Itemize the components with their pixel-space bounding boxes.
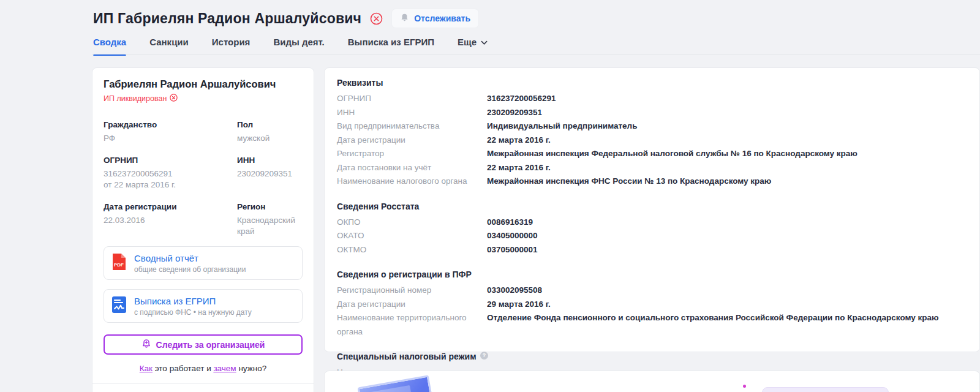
- egrip-extract-link[interactable]: Выписка из ЕГРИП с подписью ФНС • на нуж…: [104, 289, 303, 323]
- field-gender: Пол мужской: [237, 120, 303, 144]
- liquidated-x-icon: [370, 12, 383, 25]
- profile-card: Габриелян Радион Аршалуйсович ИП ликвиди…: [92, 67, 314, 392]
- how-it-works-line: Как это работает и зачем нужно?: [104, 364, 303, 373]
- signed-doc-icon: [111, 295, 127, 316]
- details-card: Реквизиты ОГРНИП 316237200056291 ИНН 230…: [324, 67, 980, 352]
- detail-row-pfr-number: Регистрационный номер 033002095508: [337, 284, 967, 298]
- detail-row-inn: ИНН 230209209351: [337, 106, 967, 120]
- tab-more[interactable]: Еще: [458, 37, 488, 55]
- detail-row-accounting-date: Дата постановки на учёт 22 марта 2016 г.: [337, 161, 967, 175]
- tab-vidy-deyat[interactable]: Виды деят.: [273, 37, 324, 55]
- tab-svodka[interactable]: Сводка: [93, 37, 126, 55]
- status-badge: ИП ликвидирован: [104, 94, 303, 104]
- liquidated-x-icon-small: [170, 94, 178, 104]
- detail-row-ogrnip: ОГРНИП 316237200056291: [337, 92, 967, 106]
- tab-sankcii[interactable]: Санкции: [149, 37, 189, 55]
- egrip-extract-subtitle: с подписью ФНС • на нужную дату: [134, 308, 252, 317]
- chevron-down-icon: [481, 37, 488, 47]
- section-rosstat: Сведения Росстата ОКПО 0086916319 ОКАТО …: [337, 202, 967, 257]
- track-button[interactable]: Отслеживать: [391, 9, 479, 28]
- detail-row-tax-authority: Наименование налогового органа Межрайонн…: [337, 175, 967, 189]
- summary-report-subtitle: общие сведения об организации: [134, 265, 246, 274]
- detail-row-okpo: ОКПО 0086916319: [337, 216, 967, 230]
- track-button-label: Отслеживать: [414, 13, 470, 23]
- field-inn: ИНН 230209209351: [237, 156, 303, 190]
- detail-row-reg-date: Дата регистрации 22 марта 2016 г.: [337, 134, 967, 148]
- svg-text:PDF: PDF: [114, 262, 124, 268]
- svg-text:?: ?: [482, 352, 485, 358]
- detail-row-okato: ОКАТО 03405000000: [337, 229, 967, 243]
- follow-organization-button[interactable]: Следить за организацией: [104, 334, 303, 355]
- promo-card: [324, 371, 980, 392]
- entrepreneur-name: Габриелян Радион Аршалуйсович: [104, 78, 303, 91]
- field-citizenship: Гражданство РФ: [104, 120, 237, 144]
- tab-istoriya[interactable]: История: [212, 37, 251, 55]
- field-region: Регион Краснодарский край: [237, 202, 303, 237]
- summary-report-title: Сводный отчёт: [134, 252, 246, 264]
- tab-bar-divider: [92, 55, 980, 55]
- pdf-file-icon: PDF: [111, 252, 127, 273]
- field-ogrnip: ОГРНИП 316237200056291 от 22 марта 2016 …: [104, 156, 237, 190]
- page: ИП Габриелян Радион Аршалуйсович Отслежи…: [0, 0, 980, 392]
- promo-input-placeholder: [762, 387, 889, 392]
- profile-fields: Гражданство РФ Пол мужской ОГРНИП 316237…: [104, 108, 303, 237]
- section-requisites: Реквизиты ОГРНИП 316237200056291 ИНН 230…: [337, 78, 967, 189]
- help-question-icon[interactable]: ?: [480, 352, 488, 361]
- why-link[interactable]: зачем: [213, 364, 236, 373]
- detail-row-registrar: Регистратор Межрайонная инспекция Федера…: [337, 147, 967, 161]
- how-link[interactable]: Как: [140, 364, 153, 373]
- promo-illustration: [357, 375, 435, 392]
- detail-row-business-type: Вид предпринимательства Индивидуальный п…: [337, 119, 967, 134]
- section-title: Сведения о регистрации в ПФР: [337, 270, 967, 279]
- tab-bar: Сводка Санкции История Виды деят. Выписк…: [93, 37, 488, 55]
- detail-row-oktmo: ОКТМО 03705000001: [337, 243, 967, 257]
- follow-button-label: Следить за организацией: [156, 340, 265, 350]
- section-title: Специальный налоговый режим ?: [337, 352, 967, 361]
- section-title: Реквизиты: [337, 78, 967, 88]
- detail-row-pfr-authority: Наименование территориального органа Отд…: [337, 311, 967, 339]
- bell-plus-icon: [141, 339, 151, 351]
- field-reg-date: Дата регистрации 22.03.2016: [104, 202, 237, 237]
- egrip-extract-title: Выписка из ЕГРИП: [134, 295, 252, 307]
- page-header: ИП Габриелян Радион Аршалуйсович Отслежи…: [93, 9, 479, 28]
- section-pfr: Сведения о регистрации в ПФР Регистрацио…: [337, 270, 967, 339]
- section-title: Сведения Росстата: [337, 202, 967, 211]
- summary-report-link[interactable]: PDF Сводный отчёт общие сведения об орга…: [104, 246, 303, 280]
- promo-dot: [743, 385, 746, 388]
- tab-vypiska-egrip[interactable]: Выписка из ЕГРИП: [348, 37, 434, 55]
- page-title: ИП Габриелян Радион Аршалуйсович: [93, 10, 361, 27]
- bell-icon: [400, 13, 409, 24]
- divider: [92, 383, 314, 384]
- detail-row-pfr-date: Дата регистрации 29 марта 2016 г.: [337, 298, 967, 312]
